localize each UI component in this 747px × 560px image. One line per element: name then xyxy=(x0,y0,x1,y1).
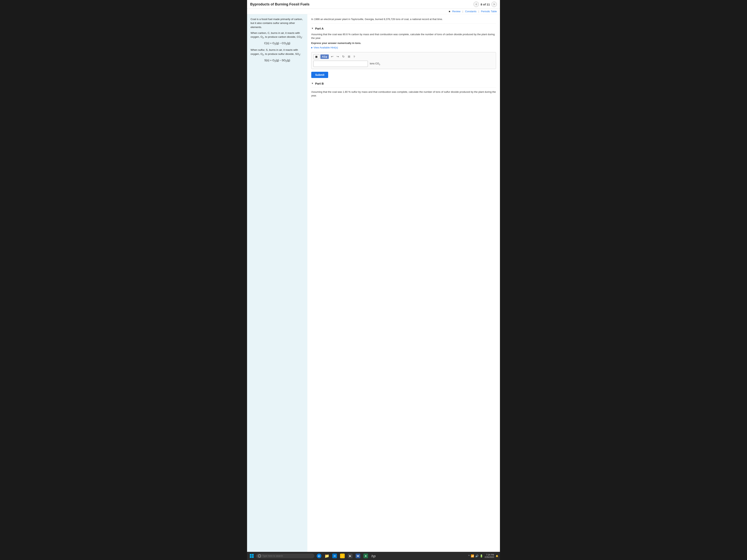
taskbar-apps: e 📁 ✉ ⚡ ▶ W X xyxy=(315,553,369,559)
notification-icon: 🔔 xyxy=(496,555,498,557)
input-row: tons CO2 xyxy=(313,61,494,67)
part-a-question: Assuming that the coal was 80.6 % carbon… xyxy=(311,32,496,40)
taskbar-search-bar[interactable]: ○ xyxy=(256,554,314,558)
unit-label: tons CO2 xyxy=(370,62,380,65)
wifi-icon: 📶 xyxy=(471,554,474,558)
excel-icon: X xyxy=(363,554,368,558)
equation-2: S(s) + O2(g)→SO2(g) xyxy=(251,58,304,63)
part-b-triangle: ▼ xyxy=(311,82,314,85)
part-a-header: ▼ Part A xyxy=(311,27,496,30)
grid-btn[interactable]: ⊞ xyxy=(347,54,351,59)
media-icon: ▶ xyxy=(348,554,353,558)
arrow-icon: ^ xyxy=(468,554,470,558)
prev-page-button[interactable]: < xyxy=(473,2,479,7)
submit-button[interactable]: Submit xyxy=(311,72,328,78)
view-hints-link[interactable]: View Available Hint(s) xyxy=(311,46,496,49)
svg-rect-3 xyxy=(252,556,254,558)
formula-btn[interactable]: ▣ xyxy=(313,54,319,59)
left-intro-1: Coal is a fossil fuel made primarily of … xyxy=(251,17,304,29)
taskbar-app-folder[interactable]: 📁 xyxy=(323,553,330,559)
answer-input[interactable] xyxy=(313,61,368,67)
taskbar-app-media[interactable]: ▶ xyxy=(347,553,354,559)
taskbar-app-lightning[interactable]: ⚡ xyxy=(339,553,346,559)
left-panel: Coal is a fossil fuel made primarily of … xyxy=(247,14,307,552)
express-answer-label: Express your answer numerically in tons. xyxy=(311,42,496,45)
taskbar-datetime: 7:24 PM 2/26/2020 xyxy=(485,554,494,558)
part-a-section: ▼ Part A Assuming that the coal was 80.6… xyxy=(311,27,496,78)
battery-icon: 🔋 xyxy=(480,554,483,558)
left-intro-2: When carbon, C, burns in air, it reacts … xyxy=(251,31,304,39)
review-bar: ■ Review | Constants | Periodic Table xyxy=(247,9,500,14)
folder-icon: 📁 xyxy=(325,554,329,558)
tray-icons: ^ 📶 🔊 🔋 xyxy=(468,554,483,558)
part-b-question: Assuming that the coal was 1.80 % sulfur… xyxy=(311,87,496,98)
word-icon: W xyxy=(356,554,360,558)
svg-rect-1 xyxy=(252,554,254,556)
taskbar-app-email[interactable]: ✉ xyxy=(331,553,338,559)
taskbar-app-excel[interactable]: X xyxy=(362,553,369,559)
right-panel: In 1986 an electrical power plant in Tay… xyxy=(307,14,500,552)
intro-text: In 1986 an electrical power plant in Tay… xyxy=(311,17,496,24)
review-link[interactable]: Review xyxy=(452,10,461,13)
system-tray: ^ 📶 🔊 🔋 7:24 PM 2/26/2020 🔔 xyxy=(468,554,498,558)
periodic-table-link[interactable]: Periodic Table xyxy=(481,10,497,13)
review-icon: ■ xyxy=(449,10,450,13)
taskbar-app-edge[interactable]: e xyxy=(315,553,323,559)
answer-area: ▣ ΑΣφ ↩ ↪ ↻ ⊞ ? tons CO2 xyxy=(311,52,496,69)
symbol-btn[interactable]: ΑΣφ xyxy=(320,54,329,59)
undo-btn[interactable]: ↩ xyxy=(330,54,334,59)
taskbar: ○ e 📁 ✉ ⚡ ▶ W X xyxy=(247,552,500,560)
start-button[interactable] xyxy=(249,553,255,559)
help-btn[interactable]: ? xyxy=(353,55,356,59)
part-a-triangle: ▼ xyxy=(311,27,314,30)
equation-1: C(s) + O2(g)→CO2(g) xyxy=(251,41,304,46)
redo-btn[interactable]: ↪ xyxy=(336,54,340,59)
top-bar: Byproducts of Burning Fossil Fuels < 8 o… xyxy=(247,0,500,9)
constants-link[interactable]: Constants xyxy=(465,10,476,13)
pagination: < 8 of 11 > xyxy=(473,2,497,7)
taskbar-date-display: 2/26/2020 xyxy=(485,556,494,558)
taskbar-app-word[interactable]: W xyxy=(355,553,361,559)
page-title: Byproducts of Burning Fossil Fuels xyxy=(250,2,309,6)
edge-icon: e xyxy=(317,554,321,558)
sound-icon: 🔊 xyxy=(475,554,479,558)
part-b-header: ▼ Part B xyxy=(311,82,496,85)
refresh-btn[interactable]: ↻ xyxy=(341,54,346,59)
hp-logo: hp xyxy=(371,554,376,558)
part-b-section: ▼ Part B Assuming that the coal was 1.80… xyxy=(311,82,496,98)
part-b-label: Part B xyxy=(315,82,324,85)
svg-rect-0 xyxy=(250,554,252,556)
separator-1: | xyxy=(462,10,463,13)
svg-rect-2 xyxy=(250,556,252,558)
lightning-icon: ⚡ xyxy=(340,554,345,558)
main-content: Coal is a fossil fuel made primarily of … xyxy=(247,14,500,552)
search-icon: ○ xyxy=(258,554,261,558)
page-number: 8 of 11 xyxy=(481,3,490,6)
answer-toolbar: ▣ ΑΣφ ↩ ↪ ↻ ⊞ ? xyxy=(313,54,494,59)
email-icon: ✉ xyxy=(332,554,337,558)
part-a-label: Part A xyxy=(315,27,324,30)
separator-2: | xyxy=(478,10,479,13)
left-intro-3: When sulfur, S, burns in air, it reacts … xyxy=(251,48,304,56)
next-page-button[interactable]: > xyxy=(491,2,497,7)
taskbar-time-display: 7:24 PM xyxy=(485,554,494,556)
search-input[interactable] xyxy=(262,555,312,557)
